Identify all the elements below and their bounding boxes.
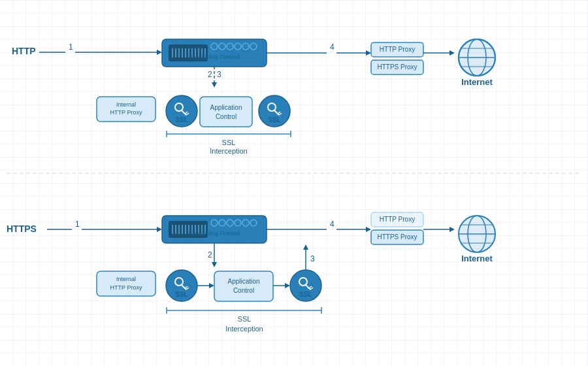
top-ssl-right-text: SSL [268,116,280,124]
top-ssl-interception-text2: Interception [210,147,247,155]
top-app-control-text1: Application [210,104,242,111]
top-app-control-box [200,97,252,127]
http-label: HTTP [12,46,36,56]
bottom-app-control-text2: Control [233,287,254,294]
bottom-internal-proxy-text2: HTTP Proxy [110,284,142,291]
top-https-proxy-label: HTTPS Proxy [377,63,417,71]
arrow-down-top [212,82,217,88]
top-internal-proxy-text1: Internal [116,101,136,108]
diagram-container: HTTP 1 Forwarding Firewall 4 [0,0,588,366]
https-step3-label: 3 [310,254,315,263]
main-diagram-svg: HTTP 1 Forwarding Firewall 4 [0,0,588,366]
top-app-control-text2: Control [216,113,237,120]
bottom-ssl-interception-text1: SSL [238,315,252,323]
arrow-proxy-to-internet-top [449,50,455,56]
bottom-internal-proxy-box [97,271,155,296]
https-step1-label: 1 [75,220,80,229]
top-fw-text1: Forwarding Firewall [189,54,240,60]
arrow-appcontrol-to-ssl [285,283,290,288]
svg-point-26 [459,39,495,76]
http-step1-label: 1 [69,42,73,52]
http-step2-label: 2 [208,70,212,79]
bottom-fw-text1: Forwarding Firewall [189,230,240,237]
arrow-https-to-fw [157,227,162,232]
bottom-internal-proxy-text1: Internal [116,276,136,282]
bottom-ssl-interception-text2: Interception [225,325,263,333]
bottom-http-proxy-label: HTTP Proxy [380,216,415,223]
arrow-down-bottom-left [212,262,217,267]
https-label: HTTPS [7,224,37,234]
top-http-proxy-label: HTTP Proxy [380,46,415,53]
top-internet-label: Internet [461,77,493,87]
bottom-ssl-left-text: SSL [175,291,188,298]
arrow-fw-to-proxy-bottom [366,227,371,232]
arrow-ssl-to-appcontrol [209,283,214,288]
bottom-internet-label: Internet [461,254,493,263]
bottom-ssl-right-text: SSL [299,291,312,298]
arrow-up-bottom [303,244,308,250]
https-step4-label: 4 [330,220,335,229]
arrow-proxy-to-internet-bottom [449,227,455,232]
top-ssl-interception-text1: SSL [222,139,236,146]
arrow-http-to-fw [157,50,162,55]
http-step4-label: 4 [330,42,335,52]
top-ssl-left-text: SSL [175,116,188,124]
http-step3-label: 3 [217,70,221,79]
arrow-fw-to-proxy [366,50,371,56]
https-step2-label: 2 [208,250,212,259]
bottom-https-proxy-label: HTTPS Proxy [377,233,417,241]
top-internal-proxy-text2: HTTP Proxy [110,109,142,116]
bottom-app-control-text1: Application [228,278,260,285]
bottom-app-control-box [214,271,273,301]
